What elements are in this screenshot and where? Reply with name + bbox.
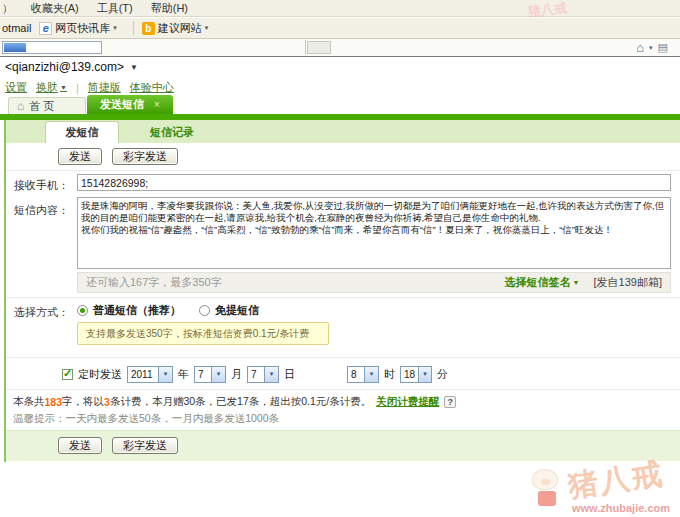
- suggested-sites-button[interactable]: b 建议网站 ▾: [142, 21, 209, 36]
- billing-text: 字，将以: [62, 395, 104, 409]
- chevron-down-icon: ▾: [264, 367, 278, 382]
- message-textarea[interactable]: 我是珠海的阿明，李凌华要我跟你说：美人鱼,我爱你,从没变过,我所做的一切都是为了…: [77, 197, 671, 269]
- tab-home-label: 首 页: [29, 99, 54, 114]
- nav-skin-label: 换肤: [36, 80, 58, 95]
- schedule-row: ✓ 定时发送 2011 ▾ 年 7 ▾ 月 7 ▾ 日 8 ▾ 时 18 ▾ 分: [62, 365, 448, 383]
- webslice-label: 网页快讯库: [55, 21, 110, 36]
- hour-select[interactable]: 8 ▾: [347, 366, 379, 383]
- watermark-brand: 猪八戒: [566, 454, 667, 508]
- method-label: 选择方式：: [14, 305, 69, 320]
- divider: [6, 357, 680, 358]
- top-nav: 设置 换肤 ▼ | 简捷版 体验中心: [5, 80, 174, 95]
- webslice-button[interactable]: e 网页快讯库 ▾: [39, 21, 117, 36]
- message-label: 短信内容：: [14, 203, 69, 218]
- nav-simple-version[interactable]: 简捷版: [88, 80, 121, 95]
- counter-bar: 还可输入167字，最多350字 选择短信签名 ▼ [发自139邮箱]: [77, 272, 671, 293]
- menu-tools[interactable]: 工具(T): [97, 1, 133, 16]
- account-row: <qianzizhi@139.com> ▼: [5, 60, 138, 74]
- billing-text: 本条共: [13, 395, 45, 409]
- feeds-icon[interactable]: ▤: [658, 41, 668, 54]
- nav-settings[interactable]: 设置: [5, 80, 27, 95]
- toolbar-separator: [133, 21, 134, 35]
- browser-commandbar: otmail e 网页快讯库 ▾ b 建议网站 ▾: [0, 18, 680, 39]
- send-button[interactable]: 发送: [58, 437, 102, 454]
- divider: [6, 297, 680, 298]
- month-unit: 月: [231, 367, 242, 382]
- schedule-checkbox[interactable]: ✓: [62, 369, 73, 380]
- year-unit: 年: [178, 367, 189, 382]
- tab-sms-history[interactable]: 短信记录: [119, 121, 225, 143]
- browser-quick-icons: ⌂ ▾ ▤: [636, 39, 668, 56]
- chevron-down-icon: ▾: [211, 367, 225, 382]
- schedule-label[interactable]: 定时发送: [78, 367, 122, 382]
- billing-char-count: 183: [45, 396, 63, 408]
- chevron-down-icon: ▼: [60, 84, 67, 91]
- nav-separator: |: [76, 82, 79, 94]
- quick-search-box[interactable]: [2, 41, 102, 54]
- signature-link[interactable]: 选择短信签名 ▼: [505, 275, 580, 290]
- color-send-button[interactable]: 彩字发送: [112, 148, 178, 165]
- sent-from-tag: [发自139邮箱]: [594, 275, 662, 290]
- minute-value: 18: [401, 369, 418, 380]
- browser-tabrow: ⌂ ▾ ▤: [0, 39, 680, 57]
- tab-send-sms-label: 发送短信: [100, 97, 144, 112]
- account-email[interactable]: <qianzizhi@139.com>: [5, 60, 124, 74]
- divider: [6, 170, 680, 171]
- home-icon[interactable]: ⌂: [636, 40, 644, 55]
- chevron-down-icon: ▾: [205, 24, 209, 32]
- counter-right-group: 选择短信签名 ▼ [发自139邮箱]: [505, 275, 662, 290]
- month-select[interactable]: 7 ▾: [194, 366, 226, 383]
- chevron-down-icon: ▾: [158, 367, 172, 382]
- minute-unit: 分: [437, 367, 448, 382]
- sms-compose-screen: ） 收藏夹(A) 工具(T) 帮助(H) 猪八戒 otmail e 网页快讯库 …: [0, 0, 680, 517]
- menu-cutoff-text: ）: [2, 1, 13, 16]
- radio-handsfree-sms-label[interactable]: 免提短信: [215, 303, 259, 318]
- close-billing-reminder-link[interactable]: 关闭计费提醒: [376, 395, 439, 409]
- day-select[interactable]: 7 ▾: [247, 366, 279, 383]
- menu-help[interactable]: 帮助(H): [151, 1, 188, 16]
- chevron-down-icon[interactable]: ▼: [130, 63, 138, 72]
- tab-home[interactable]: ⌂ 首 页: [8, 97, 86, 114]
- minute-select[interactable]: 18 ▾: [400, 366, 432, 383]
- new-tab-button[interactable]: [307, 41, 331, 54]
- home-icon: ⌂: [17, 99, 24, 113]
- signature-link-label: 选择短信签名: [505, 275, 571, 290]
- bottom-button-row: 发送 彩字发送: [58, 437, 178, 454]
- method-options: 普通短信（推荐） 免提短信: [77, 303, 259, 318]
- recipient-label: 接收手机：: [14, 178, 69, 193]
- divider: [6, 389, 680, 390]
- nav-skin[interactable]: 换肤 ▼: [36, 80, 67, 95]
- favicon-block: [4, 43, 26, 52]
- pig-mascot-icon: [532, 469, 562, 511]
- year-select[interactable]: 2011 ▾: [127, 366, 173, 383]
- recipient-input[interactable]: [77, 174, 671, 191]
- send-button[interactable]: 发送: [58, 148, 102, 165]
- suggested-sites-label: 建议网站: [158, 21, 202, 36]
- top-button-row: 发送 彩字发送: [58, 148, 178, 165]
- color-send-button[interactable]: 彩字发送: [112, 437, 178, 454]
- radio-normal-sms[interactable]: [77, 305, 88, 316]
- chevron-down-icon: ▾: [113, 24, 117, 32]
- hotmail-label: otmail: [2, 22, 31, 34]
- content-tabs: 发短信 短信记录: [6, 120, 680, 143]
- hotmail-button[interactable]: otmail: [2, 22, 31, 34]
- fee-tip-box: 支持最多发送350字，按标准短信资费0.1元/条计费: [77, 322, 329, 345]
- help-icon[interactable]: ?: [444, 396, 456, 408]
- message-paragraph: 祝你们我的祝福“信”趣盎然，“信”高采烈，“信”致勃勃的乘“信”而来，希望你言而…: [81, 224, 667, 236]
- tab-send-sms[interactable]: 发送短信 ×: [87, 95, 173, 114]
- month-value: 7: [195, 369, 211, 380]
- hour-value: 8: [348, 369, 364, 380]
- chevron-down-icon[interactable]: ▾: [649, 44, 653, 52]
- menu-favorites[interactable]: 收藏夹(A): [31, 1, 79, 16]
- radio-normal-sms-label[interactable]: 普通短信（推荐）: [93, 303, 181, 318]
- content-left-border: [4, 120, 6, 462]
- billing-info: 本条共 183 字，将以 3 条计费，本月赠30条，已发17条，超出按0.1元/…: [13, 395, 456, 409]
- year-value: 2011: [128, 369, 158, 380]
- chevron-down-icon: ▼: [573, 279, 580, 286]
- chevron-down-icon: ▾: [418, 367, 431, 382]
- close-icon[interactable]: ×: [154, 99, 160, 110]
- radio-handsfree-sms[interactable]: [199, 305, 210, 316]
- nav-experience-center[interactable]: 体验中心: [130, 80, 174, 95]
- tab-compose-sms[interactable]: 发短信: [45, 121, 119, 143]
- ie-icon: e: [39, 22, 52, 35]
